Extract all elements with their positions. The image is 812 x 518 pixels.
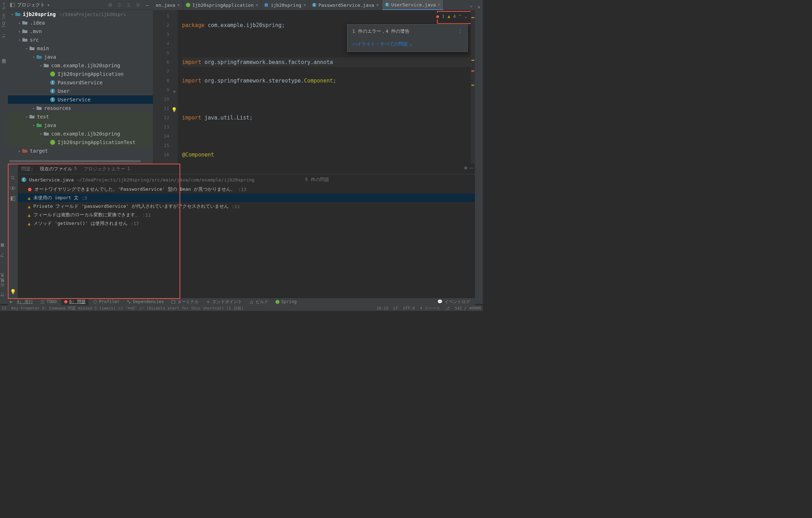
run-tool-button[interactable]: 4: 実行 (14, 298, 36, 305)
svg-rect-12 (172, 300, 175, 303)
line-separator[interactable]: LF (394, 306, 398, 311)
bulb-icon[interactable]: 💡 (171, 105, 176, 110)
dependencies-tool-button[interactable]: Dependencies (124, 298, 167, 305)
problem-item[interactable]: ▲Private フィールド 'passwordService' が代入されてい… (18, 202, 475, 211)
encoding[interactable]: UTF-8 (403, 306, 415, 311)
gutter[interactable]: 12 34 56 78 9▶ 10 11💡 1213 1415 16 (153, 10, 178, 164)
gear-icon[interactable] (134, 1, 141, 9)
problem-item[interactable]: ▲フィールドは複数のローカル変数に変換できます。:11 (18, 211, 475, 219)
tree-root[interactable]: ▾ijb20spring~/IdeaProjects/ijb20spri (8, 10, 153, 18)
inspection-widget[interactable]: ●1 ▲4 ⌃ ⌄ (434, 13, 469, 20)
tab-app[interactable]: Ijb20springApplication× (183, 0, 261, 10)
view-icon[interactable] (10, 185, 16, 192)
warning-icon: ▲ (448, 14, 450, 19)
spring-tool-button[interactable]: Spring (273, 298, 299, 305)
project-tool-button[interactable]: 1: プロジェクト (0, 0, 8, 42)
tree-package[interactable]: ▾com.example.ijb20spring (8, 61, 153, 70)
close-icon[interactable]: × (376, 2, 379, 7)
profiler-tool-button[interactable]: Profiler (90, 298, 123, 305)
error-stripe[interactable] (471, 10, 475, 164)
favorites-tool-button[interactable]: 2: お気に入り (0, 272, 5, 300)
tab-on-java[interactable]: on.java× (153, 0, 183, 10)
problem-item[interactable]: ⬣オートワイヤリングできませんでした。'PasswordService' 型の … (18, 185, 475, 194)
svg-point-8 (12, 187, 14, 189)
tree-password-service[interactable]: CPasswordService (8, 78, 153, 87)
svg-rect-5 (265, 4, 268, 7)
tree-test[interactable]: ▾test (8, 112, 153, 121)
popup-header: 1 件のエラー，4 件の警告 (352, 28, 410, 35)
project-toolbar-title[interactable]: プロジェクト (17, 2, 45, 8)
problems-list: ⬣オートワイヤリングできませんでした。'PasswordService' 型の … (18, 185, 475, 298)
close-icon[interactable]: × (256, 2, 258, 7)
svg-point-4 (137, 4, 139, 6)
tree-test-java[interactable]: ▾java (8, 121, 153, 130)
tree-main[interactable]: ▾main (8, 44, 153, 53)
tab-project[interactable]: ijb20spring× (261, 0, 309, 10)
svg-point-11 (94, 300, 96, 303)
branch-icon[interactable]: ⎇ (445, 306, 450, 311)
tree-scrollbar[interactable] (8, 159, 153, 163)
problem-item[interactable]: ▲未使用の import 文:3 (18, 194, 475, 202)
tree-java[interactable]: ▾java (8, 53, 153, 61)
bulb-icon[interactable]: 💡 (10, 289, 16, 295)
project-tree[interactable]: ▾ijb20spring~/IdeaProjects/ijb20spri ▸.i… (8, 10, 153, 164)
build-tool-button[interactable]: ビルド (246, 298, 271, 305)
tree-user[interactable]: CUser (8, 87, 153, 95)
problems-tabs: 問題: 現在のファイル5 プロジェクトエラー1 ⚙ — (18, 164, 475, 174)
endpoints-tool-button[interactable]: エンドポイント (203, 298, 245, 305)
todo-tool-button[interactable]: TODO (37, 298, 60, 305)
tree-target[interactable]: ▸target (8, 147, 153, 155)
tree-src[interactable]: ▾src (8, 36, 153, 44)
problems-panel: 💡 問題: 現在のファイル5 プロジェクトエラー1 ⚙ — C UserServ… (8, 164, 475, 298)
svg-point-6 (11, 176, 14, 179)
caret-position[interactable]: 10:15 (376, 306, 388, 311)
expand-all-icon[interactable] (116, 1, 123, 9)
problems-tool-button[interactable]: ⬣6: 問題 (61, 298, 89, 305)
problem-item[interactable]: ▲メソッド 'getUsers()' は使用されません:17 (18, 219, 475, 228)
error-icon: ⬣ (28, 187, 32, 192)
tabs-dropdown[interactable]: ⌄ (468, 0, 475, 10)
learn-tool-button[interactable]: 学習 (0, 56, 8, 69)
close-icon[interactable]: × (177, 2, 180, 7)
error-icon: ● (436, 14, 439, 19)
tree-idea[interactable]: ▸.idea (8, 18, 153, 27)
terminal-tool-button[interactable]: ターミナル (168, 298, 202, 305)
close-icon[interactable]: × (304, 2, 306, 7)
tab-user-service[interactable]: CUserService.java× (382, 0, 444, 10)
problems-file-header[interactable]: C UserService.java ~/IdeaProjects/ijb20s… (18, 174, 475, 185)
problems-tab-current[interactable]: 現在のファイル5 (40, 166, 77, 172)
status-icon[interactable] (2, 306, 6, 310)
tree-user-service[interactable]: CUserService (8, 95, 153, 104)
indent[interactable]: 4 スペース (420, 306, 440, 311)
memory-indicator[interactable]: 542 / 4096M (455, 306, 481, 311)
hide-icon[interactable]: — (144, 1, 151, 9)
tree-test-package[interactable]: ▾com.example.ijb20spring (8, 130, 153, 138)
problems-tab-project[interactable]: プロジェクトエラー1 (84, 166, 130, 172)
tree-resources[interactable]: ▸resources (8, 104, 153, 112)
svg-rect-9 (11, 196, 12, 201)
warning-icon: ▲ (28, 221, 31, 226)
highlight-link[interactable]: ハイライト：すべての問題⌄ (347, 38, 468, 52)
structure-tool-button[interactable]: 7: 構造 (0, 247, 5, 261)
chevron-down-icon[interactable]: ⌄ (464, 14, 467, 19)
tab-password-service[interactable]: CPasswordService.java× (309, 0, 382, 10)
tree-app-class[interactable]: Ijb20springApplication (8, 70, 153, 78)
tree-mvn[interactable]: ▸.mvn (8, 27, 153, 36)
right-tool-item[interactable]: ≡ (475, 3, 483, 12)
collapse-all-icon[interactable] (125, 1, 132, 9)
tree-test-app[interactable]: Ijb20springApplicationTest (8, 138, 153, 147)
gear-icon[interactable]: ⚙ (464, 165, 467, 170)
hide-icon[interactable]: — (470, 165, 473, 170)
locate-icon[interactable] (107, 1, 114, 9)
project-dropdown[interactable]: ▾ (47, 2, 50, 8)
chevron-up-icon[interactable]: ⌃ (459, 14, 461, 19)
event-log-button[interactable]: 💬イベントログ (434, 298, 473, 305)
close-icon[interactable]: × (438, 2, 440, 7)
filter-icon[interactable] (10, 175, 16, 182)
run-icon[interactable]: ▶ (10, 299, 12, 304)
more-icon[interactable]: ⋮ (458, 28, 463, 35)
bottom-tool-bar: ▶ 4: 実行 TODO ⬣6: 問題 Profiler Dependencie… (8, 298, 475, 305)
project-toolbar: プロジェクト ▾ — (8, 0, 153, 10)
layout-icon[interactable] (10, 196, 16, 202)
run-gutter-icon[interactable]: ▶ (171, 87, 176, 92)
